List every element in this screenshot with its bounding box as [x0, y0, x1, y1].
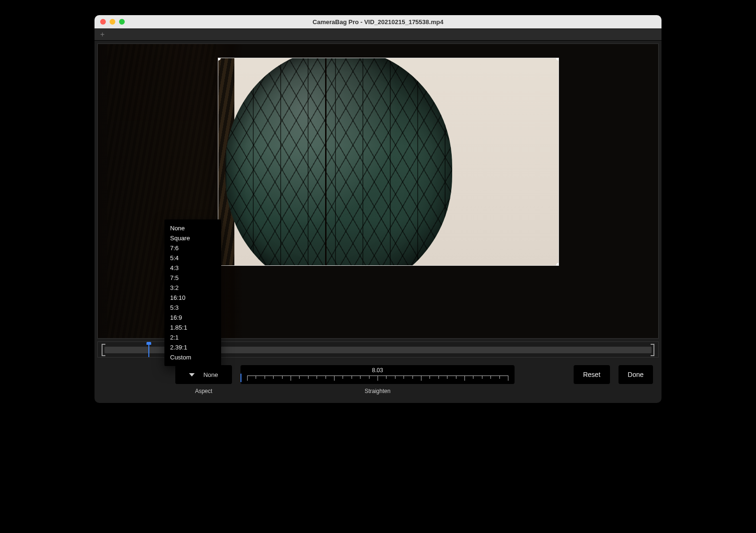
aspect-option[interactable]: 7:6	[164, 243, 221, 253]
straighten-label: Straighten	[365, 388, 391, 394]
aspect-option[interactable]: 16:9	[164, 313, 221, 323]
aspect-option[interactable]: 2:1	[164, 332, 221, 342]
minimize-icon[interactable]	[110, 19, 115, 25]
aspect-option[interactable]: 3:2	[164, 283, 221, 293]
aspect-option[interactable]: None	[164, 223, 221, 233]
tab-strip: +	[94, 28, 662, 41]
straighten-control: 8.03 Straighten	[241, 365, 515, 394]
aspect-option[interactable]: 16:10	[164, 293, 221, 303]
titlebar: CameraBag Pro - VID_20210215_175538.mp4	[94, 15, 662, 28]
aspect-option[interactable]: 4:3	[164, 263, 221, 273]
reset-button[interactable]: Reset	[574, 365, 610, 384]
aspect-dropdown[interactable]: None	[175, 365, 232, 384]
zoom-icon[interactable]	[119, 19, 125, 25]
aspect-option[interactable]: 5:4	[164, 253, 221, 263]
aspect-option[interactable]: Square	[164, 233, 221, 243]
straighten-value: 8.03	[241, 367, 515, 374]
image-vase	[225, 58, 452, 265]
chevron-down-icon	[189, 373, 195, 376]
window-controls	[94, 19, 125, 25]
crop-rect[interactable]	[218, 58, 558, 265]
done-button[interactable]: Done	[619, 365, 653, 384]
aspect-control: None Aspect	[175, 365, 232, 394]
close-icon[interactable]	[100, 19, 106, 25]
playhead[interactable]	[148, 343, 149, 357]
aspect-option[interactable]: 5:3	[164, 303, 221, 313]
aspect-option[interactable]: 1.85:1	[164, 323, 221, 332]
straighten-indicator[interactable]	[241, 374, 241, 382]
crop-handle-bottom-right[interactable]	[556, 263, 558, 265]
aspect-menu[interactable]: NoneSquare7:65:44:37:53:216:105:316:91.8…	[164, 219, 221, 366]
aspect-option[interactable]: Custom	[164, 352, 221, 362]
trim-start-handle[interactable]	[102, 344, 105, 356]
app-window: CameraBag Pro - VID_20210215_175538.mp4 …	[94, 15, 662, 403]
aspect-option[interactable]: 2.39:1	[164, 342, 221, 352]
straighten-slider[interactable]: 8.03	[241, 365, 515, 384]
window-title: CameraBag Pro - VID_20210215_175538.mp4	[94, 18, 662, 26]
aspect-label: Aspect	[195, 388, 213, 394]
aspect-option[interactable]: 7:5	[164, 273, 221, 283]
trim-end-handle[interactable]	[651, 344, 654, 356]
aspect-selected: None	[203, 371, 218, 378]
add-tab-button[interactable]: +	[98, 31, 106, 38]
straighten-ruler	[247, 376, 508, 382]
